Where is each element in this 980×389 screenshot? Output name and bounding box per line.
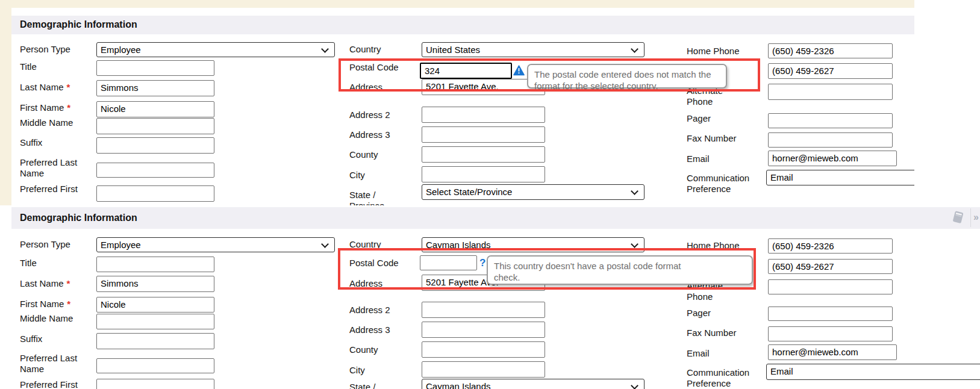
state-province-value: Cayman Islands — [426, 381, 491, 389]
title-input[interactable] — [96, 60, 214, 76]
home-phone-input[interactable]: (650) 459-2326 — [768, 238, 893, 254]
phone-2-input[interactable]: (650) 459-2627 — [768, 259, 893, 274]
pager-input[interactable] — [768, 307, 893, 321]
required-asterisk: * — [67, 82, 70, 92]
county-input[interactable] — [422, 146, 545, 163]
postal-format-tooltip: This country doesn't have a postal code … — [487, 255, 753, 285]
city-input[interactable] — [422, 166, 545, 182]
address3-label: Address 3 — [349, 129, 390, 140]
middle-name-label: Middle Name — [20, 313, 73, 324]
help-icon[interactable]: ? — [479, 257, 485, 269]
tooltip-line-1: The postal code entered does not match t… — [534, 69, 720, 80]
state-province-value: Select State/Province — [426, 187, 512, 197]
alternate-phone-input[interactable] — [768, 84, 893, 100]
communication-preference-select[interactable]: Email — [766, 364, 980, 380]
warning-icon[interactable] — [513, 65, 525, 78]
suffix-label: Suffix — [20, 137, 42, 148]
fax-number-input[interactable] — [768, 132, 893, 148]
postal-code-input[interactable] — [420, 255, 477, 270]
preferred-last-name-label: Preferred Last Name — [20, 157, 87, 179]
communication-preference-select[interactable]: Email — [766, 170, 914, 185]
fax-number-label: Fax Number — [687, 328, 737, 338]
postal-code-input[interactable]: 324 — [420, 63, 512, 79]
communication-preference-value: Email — [770, 172, 793, 182]
address3-label: Address 3 — [349, 325, 390, 335]
middle-name-input[interactable] — [96, 118, 214, 134]
expand-chevrons-icon[interactable]: » — [973, 212, 979, 223]
address3-input[interactable] — [422, 126, 545, 143]
demographic-panel-us: Demographic Information Person Type Titl… — [0, 0, 914, 205]
middle-name-label: Middle Name — [20, 117, 73, 128]
address2-label: Address 2 — [349, 110, 390, 120]
title-input[interactable] — [96, 257, 214, 272]
email-input[interactable]: horner@mieweb.com — [768, 151, 897, 166]
state-province-select[interactable]: Cayman Islands — [422, 379, 644, 389]
required-asterisk: * — [67, 278, 70, 288]
country-select[interactable]: Cayman Islands — [422, 237, 644, 252]
address3-input[interactable] — [422, 322, 545, 338]
person-type-label: Person Type — [20, 239, 70, 250]
email-label: Email — [687, 154, 710, 164]
alternate-phone-input[interactable] — [768, 279, 893, 294]
tooltip-line-1: This country doesn't have a postal code … — [494, 260, 746, 272]
communication-preference-label: Communication Preference — [687, 367, 762, 389]
county-input[interactable] — [422, 341, 545, 358]
home-phone-input[interactable]: (650) 459-2326 — [768, 43, 893, 58]
city-label: City — [349, 170, 365, 181]
middle-name-input[interactable] — [96, 314, 214, 329]
address-label: Address — [349, 82, 382, 93]
address2-input[interactable] — [422, 302, 545, 318]
last-name-label-text: Last Name — [20, 82, 64, 92]
preferred-first-label: Preferred First — [20, 379, 98, 389]
suffix-input[interactable] — [96, 137, 214, 154]
country-value: United States — [426, 45, 480, 55]
county-label: County — [349, 344, 378, 355]
section-title: Demographic Information — [20, 213, 137, 223]
preferred-last-name-input[interactable] — [96, 358, 214, 373]
fax-number-input[interactable] — [768, 326, 893, 341]
required-asterisk: * — [67, 299, 70, 309]
journal-icon[interactable] — [950, 210, 966, 228]
city-input[interactable] — [422, 361, 545, 378]
suffix-label: Suffix — [20, 334, 42, 344]
section-header — [11, 207, 980, 229]
first-name-input[interactable]: Nicole — [96, 101, 214, 117]
first-name-input[interactable]: Nicole — [96, 297, 214, 313]
postal-code-label: Postal Code — [349, 62, 399, 73]
first-name-label-text: First Name — [20, 299, 64, 309]
address2-input[interactable] — [422, 107, 545, 123]
email-label: Email — [687, 348, 710, 359]
address-label: Address — [349, 278, 382, 289]
fax-number-label: Fax Number — [687, 133, 737, 144]
title-label: Title — [20, 61, 37, 72]
first-name-label-text: First Name — [20, 102, 64, 113]
home-phone-label: Home Phone — [687, 46, 740, 57]
last-name-input[interactable]: Simmons — [96, 80, 214, 96]
person-type-select[interactable]: Employee — [96, 42, 335, 57]
city-label: City — [349, 365, 365, 376]
preferred-first-input[interactable] — [96, 185, 214, 202]
preferred-first-input[interactable] — [96, 379, 214, 389]
address2-label: Address 2 — [349, 305, 390, 316]
pager-input[interactable] — [768, 113, 893, 128]
communication-preference-value: Email — [770, 366, 793, 376]
state-province-label: State / Province — [349, 190, 404, 205]
country-select[interactable]: United States — [422, 42, 644, 57]
communication-preference-label: Communication Preference — [687, 173, 762, 194]
person-type-select[interactable]: Employee — [96, 237, 335, 252]
phone-2-input[interactable]: (650) 459-2627 — [768, 63, 893, 79]
postal-format-tooltip: The postal code entered does not match t… — [527, 64, 727, 89]
last-name-input[interactable]: Simmons — [96, 276, 214, 292]
tooltip-line-2: format for the selected country. — [534, 80, 720, 92]
first-name-label: First Name* — [20, 299, 70, 310]
person-type-label: Person Type — [20, 44, 70, 55]
home-phone-label: Home Phone — [687, 240, 740, 251]
demographic-panel-cayman: Demographic Information » Person Type Ti… — [0, 205, 980, 389]
preferred-last-name-input[interactable] — [96, 163, 214, 178]
state-province-select[interactable]: Select State/Province — [422, 184, 644, 200]
person-type-value: Employee — [101, 45, 141, 55]
suffix-input[interactable] — [96, 333, 214, 349]
country-label: Country — [349, 239, 381, 250]
tooltip-line-2: check. — [494, 272, 746, 283]
email-input[interactable]: horner@mieweb.com — [768, 344, 897, 360]
